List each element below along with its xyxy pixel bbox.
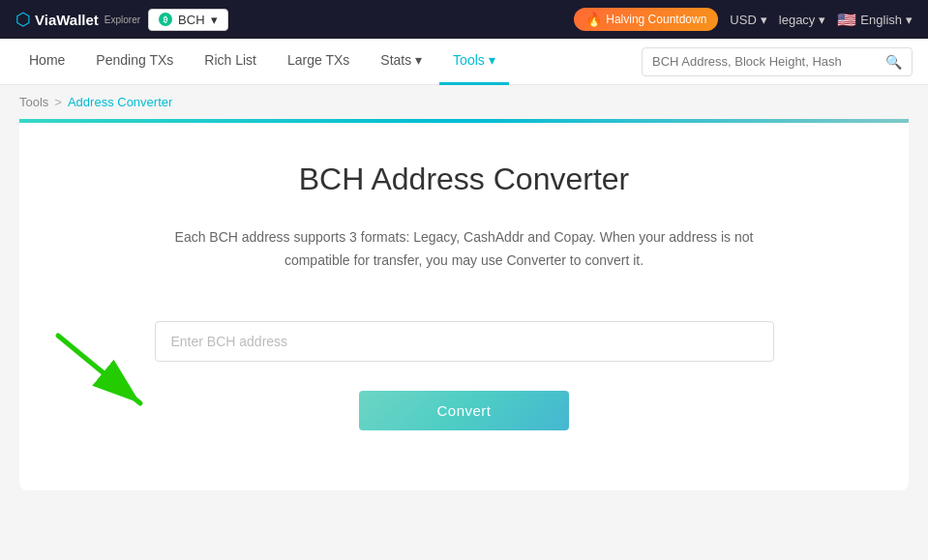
flag-icon: 🇺🇸: [837, 11, 856, 29]
bch-label: BCH: [178, 13, 204, 27]
secondary-navbar: Home Pending TXs Rich List Large TXs Sta…: [0, 39, 928, 85]
breadcrumb-parent[interactable]: Tools: [19, 95, 48, 109]
page-description: Each BCH address supports 3 formats: Leg…: [155, 226, 774, 273]
nav-link-pending-txs[interactable]: Pending TXs: [82, 39, 187, 85]
main-card: BCH Address Converter Each BCH address s…: [19, 123, 909, 490]
usd-chevron: ▾: [761, 13, 767, 27]
usd-label: USD: [730, 13, 756, 27]
legacy-dropdown[interactable]: legacy ▾: [779, 13, 826, 27]
nav-links: Home Pending TXs Rich List Large TXs Sta…: [15, 39, 509, 85]
nav-link-home[interactable]: Home: [15, 39, 78, 85]
top-nav-left: ⬡ ViaWallet Explorer ₿ BCH ▾: [15, 9, 228, 31]
top-navbar: ⬡ ViaWallet Explorer ₿ BCH ▾ 🔥 Halving C…: [0, 0, 928, 39]
halving-label: Halving Countdown: [606, 13, 706, 26]
bch-dot: ₿: [159, 13, 172, 26]
logo-text: ViaWallet: [35, 12, 99, 28]
page-title: BCH Address Converter: [77, 162, 851, 197]
language-label: English: [860, 13, 902, 27]
usd-dropdown[interactable]: USD ▾: [730, 13, 766, 27]
bch-chevron: ▾: [211, 13, 218, 27]
nav-link-stats[interactable]: Stats ▾: [367, 39, 435, 85]
top-nav-right: 🔥 Halving Countdown USD ▾ legacy ▾ 🇺🇸 En…: [574, 8, 913, 31]
nav-link-tools[interactable]: Tools ▾: [439, 39, 509, 85]
annotation-arrow: [48, 326, 165, 423]
legacy-label: legacy: [779, 13, 816, 27]
nav-link-rich-list[interactable]: Rich List: [191, 39, 270, 85]
breadcrumb-separator: >: [54, 95, 62, 109]
bch-dot-inner: ₿: [164, 15, 167, 24]
language-dropdown[interactable]: 🇺🇸 English ▾: [837, 11, 913, 29]
flame-icon: 🔥: [585, 12, 602, 27]
logo[interactable]: ⬡ ViaWallet Explorer: [15, 9, 140, 30]
input-section: Convert: [155, 321, 774, 430]
legacy-chevron: ▾: [819, 13, 825, 27]
breadcrumb: Tools > Address Converter: [0, 85, 928, 119]
nav-link-large-txs[interactable]: Large TXs: [274, 39, 363, 85]
breadcrumb-current: Address Converter: [68, 95, 172, 109]
explorer-badge: Explorer: [105, 15, 140, 25]
halving-countdown-button[interactable]: 🔥 Halving Countdown: [574, 8, 718, 31]
search-box: 🔍: [642, 47, 913, 76]
bch-selector[interactable]: ₿ BCH ▾: [148, 9, 227, 31]
language-chevron: ▾: [906, 13, 913, 27]
svg-line-1: [58, 336, 140, 403]
search-input[interactable]: [652, 54, 885, 69]
bch-address-input[interactable]: [155, 321, 774, 362]
convert-button[interactable]: Convert: [359, 391, 568, 430]
search-icon[interactable]: 🔍: [885, 54, 902, 70]
logo-icon: ⬡: [15, 9, 31, 30]
